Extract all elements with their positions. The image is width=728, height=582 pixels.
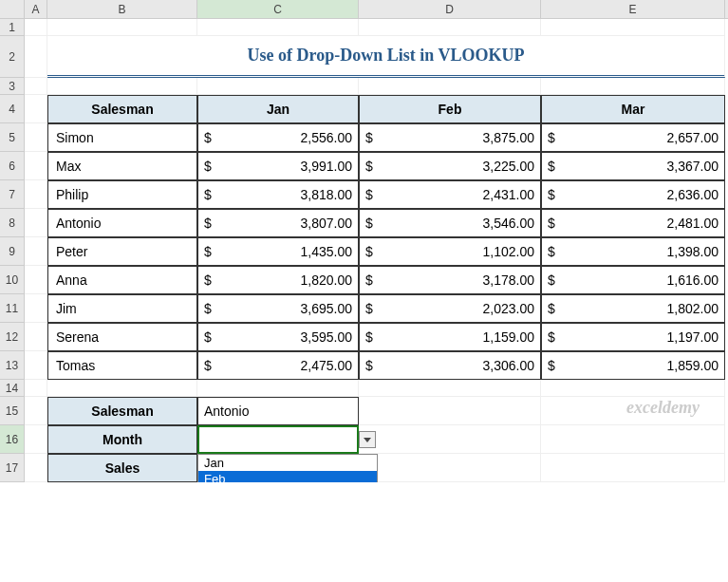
- table-cell-jan[interactable]: $2,475.00: [197, 351, 359, 380]
- table-header-feb[interactable]: Feb: [359, 95, 541, 123]
- cell[interactable]: [25, 425, 47, 454]
- table-cell-name[interactable]: Antonio: [47, 209, 197, 237]
- row-header-5[interactable]: 5: [0, 123, 25, 152]
- dropdown-toggle-button[interactable]: [359, 431, 376, 448]
- row-header-14[interactable]: 14: [0, 380, 25, 397]
- cell[interactable]: [541, 397, 725, 425]
- cell[interactable]: [359, 78, 541, 95]
- table-cell-jan[interactable]: $1,820.00: [197, 266, 359, 294]
- row-header-16[interactable]: 16: [0, 425, 25, 454]
- cell[interactable]: [359, 454, 541, 482]
- cell[interactable]: [25, 454, 47, 482]
- table-cell-name[interactable]: Anna: [47, 266, 197, 294]
- cell[interactable]: [25, 380, 47, 397]
- table-cell-mar[interactable]: $1,802.00: [541, 294, 725, 323]
- row-header-12[interactable]: 12: [0, 323, 25, 351]
- table-header-mar[interactable]: Mar: [541, 95, 725, 123]
- lookup-salesman-value[interactable]: Antonio: [197, 397, 359, 425]
- cell[interactable]: [47, 78, 197, 95]
- table-header-jan[interactable]: Jan: [197, 95, 359, 123]
- cell[interactable]: [25, 351, 47, 380]
- col-header-e[interactable]: E: [541, 0, 725, 18]
- table-cell-jan[interactable]: $3,818.00: [197, 180, 359, 209]
- table-cell-name[interactable]: Max: [47, 152, 197, 180]
- table-cell-jan[interactable]: $3,807.00: [197, 209, 359, 237]
- cell[interactable]: [47, 380, 197, 397]
- cell[interactable]: [25, 78, 47, 95]
- table-cell-feb[interactable]: $1,102.00: [359, 237, 541, 266]
- col-header-d[interactable]: D: [359, 0, 541, 18]
- table-cell-mar[interactable]: $1,859.00: [541, 351, 725, 380]
- cell[interactable]: [25, 95, 47, 123]
- table-cell-jan[interactable]: $3,595.00: [197, 323, 359, 351]
- cell[interactable]: [541, 78, 725, 95]
- cell[interactable]: [25, 237, 47, 266]
- cell[interactable]: [25, 397, 47, 425]
- select-all-corner[interactable]: [0, 0, 25, 18]
- row-header-2[interactable]: 2: [0, 36, 25, 78]
- cell[interactable]: [197, 19, 359, 36]
- col-header-a[interactable]: A: [25, 0, 47, 18]
- row-header-8[interactable]: 8: [0, 209, 25, 237]
- cell[interactable]: [25, 266, 47, 294]
- table-cell-feb[interactable]: $3,546.00: [359, 209, 541, 237]
- table-cell-feb[interactable]: $1,159.00: [359, 323, 541, 351]
- table-cell-feb[interactable]: $3,306.00: [359, 351, 541, 380]
- row-header-15[interactable]: 15: [0, 397, 25, 425]
- row-header-11[interactable]: 11: [0, 294, 25, 323]
- table-cell-name[interactable]: Tomas: [47, 351, 197, 380]
- table-cell-name[interactable]: Peter: [47, 237, 197, 266]
- cell[interactable]: [25, 180, 47, 209]
- table-cell-feb[interactable]: $2,023.00: [359, 294, 541, 323]
- dropdown-item-jan[interactable]: Jan: [198, 455, 377, 471]
- table-header-salesman[interactable]: Salesman: [47, 95, 197, 123]
- cell[interactable]: [25, 294, 47, 323]
- table-cell-jan[interactable]: $2,556.00: [197, 123, 359, 152]
- cell[interactable]: [541, 380, 725, 397]
- col-header-b[interactable]: B: [47, 0, 197, 18]
- table-cell-jan[interactable]: $1,435.00: [197, 237, 359, 266]
- table-cell-mar[interactable]: $2,636.00: [541, 180, 725, 209]
- dropdown-item-feb[interactable]: Feb: [198, 471, 377, 482]
- row-header-10[interactable]: 10: [0, 266, 25, 294]
- table-cell-mar[interactable]: $3,367.00: [541, 152, 725, 180]
- table-cell-mar[interactable]: $2,481.00: [541, 209, 725, 237]
- table-cell-mar[interactable]: $1,398.00: [541, 237, 725, 266]
- cell[interactable]: [359, 397, 541, 425]
- cell[interactable]: [25, 19, 47, 36]
- row-header-9[interactable]: 9: [0, 237, 25, 266]
- cell[interactable]: [47, 19, 197, 36]
- cell[interactable]: [541, 454, 725, 482]
- cell[interactable]: [541, 425, 725, 454]
- table-cell-name[interactable]: Serena: [47, 323, 197, 351]
- table-cell-feb[interactable]: $3,225.00: [359, 152, 541, 180]
- table-cell-jan[interactable]: $3,695.00: [197, 294, 359, 323]
- table-cell-name[interactable]: Jim: [47, 294, 197, 323]
- lookup-label-sales[interactable]: Sales: [47, 454, 197, 482]
- row-header-7[interactable]: 7: [0, 180, 25, 209]
- col-header-c[interactable]: C: [197, 0, 359, 18]
- cell[interactable]: [25, 36, 47, 78]
- cell[interactable]: [25, 123, 47, 152]
- table-cell-mar[interactable]: $1,616.00: [541, 266, 725, 294]
- table-cell-name[interactable]: Philip: [47, 180, 197, 209]
- cell[interactable]: [25, 209, 47, 237]
- page-title[interactable]: Use of Drop-Down List in VLOOKUP: [47, 36, 725, 78]
- table-cell-mar[interactable]: $1,197.00: [541, 323, 725, 351]
- row-header-4[interactable]: 4: [0, 95, 25, 123]
- cell[interactable]: [25, 152, 47, 180]
- table-cell-feb[interactable]: $2,431.00: [359, 180, 541, 209]
- cell[interactable]: [359, 380, 541, 397]
- lookup-month-value[interactable]: [197, 425, 359, 454]
- lookup-label-month[interactable]: Month: [47, 425, 197, 454]
- table-cell-feb[interactable]: $3,875.00: [359, 123, 541, 152]
- cell[interactable]: [359, 425, 541, 454]
- cell[interactable]: [25, 323, 47, 351]
- table-cell-name[interactable]: Simon: [47, 123, 197, 152]
- cell[interactable]: [197, 380, 359, 397]
- row-header-13[interactable]: 13: [0, 351, 25, 380]
- cell[interactable]: [541, 19, 725, 36]
- row-header-3[interactable]: 3: [0, 78, 25, 95]
- cell[interactable]: [359, 19, 541, 36]
- lookup-label-salesman[interactable]: Salesman: [47, 397, 197, 425]
